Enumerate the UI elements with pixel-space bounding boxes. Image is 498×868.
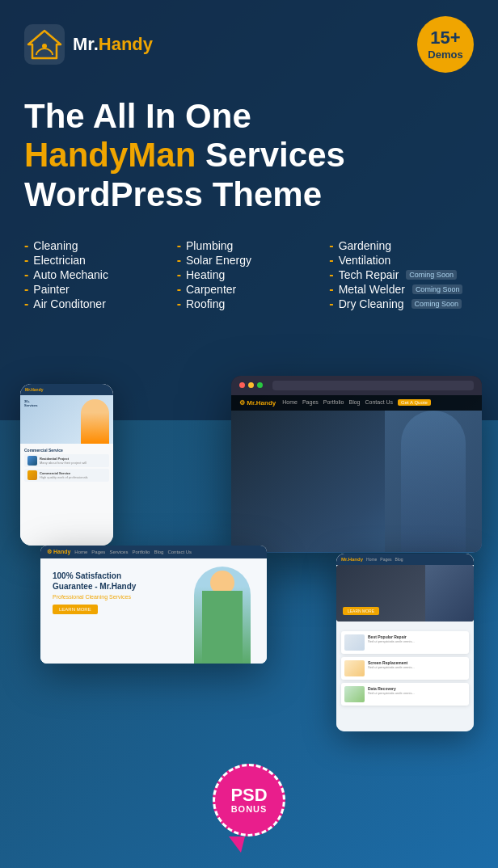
psd-text: PSD xyxy=(230,786,267,804)
features-grid: - Cleaning - Electrician - Auto Mechanic… xyxy=(24,238,474,311)
tablet-item-1: Best Popular Repair Sed ut perspiciatis … xyxy=(341,631,469,654)
demos-number: 15+ xyxy=(430,27,460,48)
mockup-laptop-cleaning: ⚙ Handy Home Pages Services Portfolio Bl… xyxy=(40,546,267,664)
logo: Mr.Handy xyxy=(24,24,153,65)
mockup-tablet: Mr.Handy Home Pages Blog Best DigitalRep… xyxy=(336,554,474,731)
features-col3: - Gardening - Ventilation - Tech Repair … xyxy=(329,238,474,311)
feature-metal-welder: - Metal Welder Coming Soon xyxy=(329,282,474,297)
hero-line3: WordPress Theme xyxy=(24,175,322,213)
feature-tech-repair: - Tech Repair Coming Soon xyxy=(329,268,474,282)
feature-roofing: - Roofing xyxy=(177,297,322,311)
tablet-item-2: Screen Replacement Sed ut perspiciatis u… xyxy=(341,657,469,680)
logo-icon xyxy=(24,24,65,65)
demos-badge: 15+ Demos xyxy=(417,16,474,73)
feature-painter: - Painter xyxy=(24,282,169,297)
hero-highlight: HandyMan xyxy=(24,136,196,174)
feature-heating: - Heating xyxy=(177,268,322,282)
feature-electrician: - Electrician xyxy=(24,253,169,268)
psd-tail xyxy=(229,836,245,853)
feature-dry-cleaning: - Dry Cleaning Coming Soon xyxy=(329,297,474,311)
features-col2: - Plumbing - Solar Energy - Heating - Ca… xyxy=(177,238,322,311)
hero-line1: The All In One xyxy=(24,97,251,135)
hero-title: The All In One HandyMan Services WordPre… xyxy=(24,97,474,214)
feature-ventilation: - Ventilation xyxy=(329,253,474,268)
hero-line2: Services xyxy=(205,136,345,174)
psd-bonus-badge: PSD BONUS xyxy=(213,764,285,853)
feature-carpenter: - Carpenter xyxy=(177,282,322,297)
logo-part2: Handy xyxy=(99,34,153,54)
phone-item-commercial: Commercial Service High quality work of … xyxy=(24,469,109,482)
feature-air-conditioner: - Air Conditoner xyxy=(24,297,169,311)
feature-plumbing: - Plumbing xyxy=(177,238,322,253)
features-section: - Cleaning - Electrician - Auto Mechanic… xyxy=(24,238,474,311)
tablet-item-3: Data Recovery Sed ut perspiciatis unde o… xyxy=(341,683,469,706)
demos-label: Demos xyxy=(428,48,462,61)
features-col1: - Cleaning - Electrician - Auto Mechanic… xyxy=(24,238,169,311)
feature-gardening: - Gardening xyxy=(329,238,474,253)
mockup-phone-left: Mr.Handy 30+Services Commercial Service … xyxy=(20,384,113,546)
mockups-section: PSD BONUS Mr.Handy 30+Services Commercia… xyxy=(24,335,474,723)
feature-solar-energy: - Solar Energy xyxy=(177,253,322,268)
phone-item-residential: Residential Project Many about how their… xyxy=(24,454,109,467)
logo-text: Mr.Handy xyxy=(73,34,153,55)
mockup-desktop-automobile: ⚙ Mr.Handy Home Pages Portfolio Blog Con… xyxy=(231,376,482,553)
feature-auto-mechanic: - Auto Mechanic xyxy=(24,268,169,282)
svg-point-2 xyxy=(42,44,47,48)
header: Mr.Handy 15+ Demos xyxy=(24,16,474,73)
feature-cleaning: - Cleaning xyxy=(24,238,169,253)
psd-bonus-text: BONUS xyxy=(231,804,268,814)
logo-part1: Mr. xyxy=(73,34,99,54)
